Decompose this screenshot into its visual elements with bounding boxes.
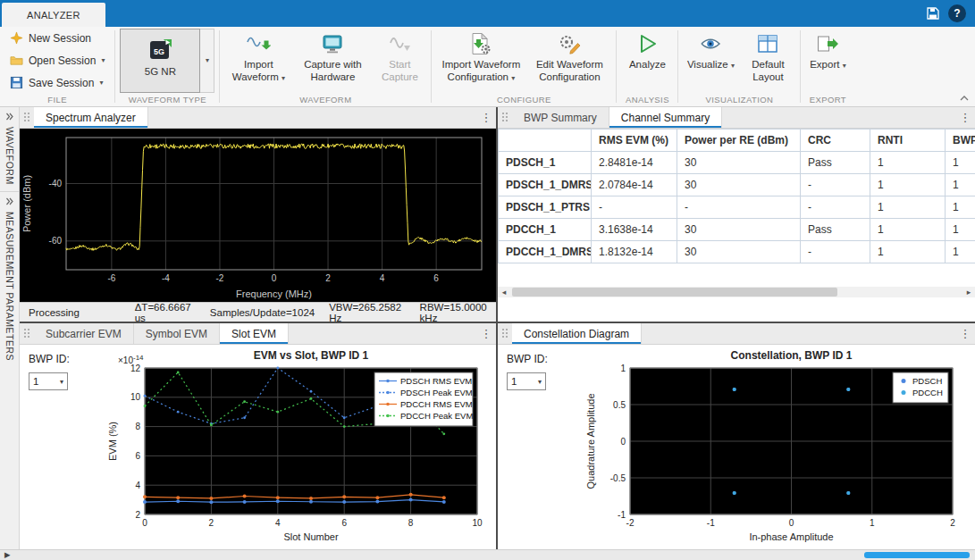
scroll-left-icon[interactable]: ◂ (498, 287, 510, 297)
tab-channel-summary[interactable]: Channel Summary (609, 107, 722, 128)
spectrum-plot: -6-4-20246-40-60Frequency (MHz)Power (dB… (20, 129, 496, 302)
svg-text:-0.5: -0.5 (610, 473, 626, 483)
help-label: ? (954, 7, 960, 20)
hardware-monitor-icon (321, 32, 344, 55)
tab-bwp-summary[interactable]: BWP Summary (512, 107, 609, 128)
capture-with-hardware-button[interactable]: Capture with Hardware (294, 28, 371, 93)
open-session-button[interactable]: Open Session ▾ (4, 52, 110, 69)
svg-text:0: 0 (272, 273, 277, 283)
table-row[interactable]: PDCCH_1_DMRS1.8132e-1430-11 (499, 241, 975, 263)
svg-text:0: 0 (789, 518, 794, 528)
value-cell: 1 (870, 241, 946, 263)
status-samples: Samples/Update=1024 (210, 307, 315, 318)
bwp-id-value: 1 (33, 376, 38, 387)
edit-configuration-label: Edit Waveform Configuration (536, 59, 603, 82)
scrollbar-thumb[interactable] (512, 288, 837, 297)
value-cell: 1 (946, 196, 975, 219)
collapse-toolstrip-button[interactable] (960, 90, 969, 104)
table-row[interactable]: PDCCH_13.1638e-1430Pass11 (499, 219, 975, 241)
svg-text:4: 4 (135, 481, 140, 490)
rail-measurement-parameters-panel[interactable]: MEASUREMENT PARAMETERS (0, 192, 19, 549)
spectrum-panel-header: Spectrum Analyzer ⋮ (20, 107, 496, 129)
svg-text:PDCCH RMS EVM: PDCCH RMS EVM (400, 399, 473, 409)
default-layout-label: Default Layout (752, 59, 784, 82)
import-waveform-label: Import Waveform (232, 59, 279, 82)
expand-bottom-panel-button[interactable]: ▶ (4, 550, 11, 560)
drag-handle-icon[interactable] (502, 329, 509, 339)
table-header-cell: BWP (946, 130, 975, 152)
edit-waveform-configuration-button[interactable]: Edit Waveform Configuration (527, 28, 611, 93)
svg-text:2: 2 (950, 518, 955, 528)
analyze-button[interactable]: Analyze (621, 28, 673, 93)
value-cell: 1 (946, 174, 975, 196)
value-cell: 1 (870, 196, 946, 219)
panel-grid: Spectrum Analyzer ⋮ -6-4-20246-40-60Freq… (20, 107, 975, 549)
tab-subcarrier-evm[interactable]: Subcarrier EVM (34, 323, 134, 344)
horizontal-scrollbar-thumb[interactable] (864, 552, 970, 558)
drag-handle-icon[interactable] (24, 113, 31, 122)
bwp-id-select-constellation[interactable]: 1 ▾ (507, 372, 546, 390)
scrollbar-track[interactable] (510, 287, 962, 297)
tab-analyzer[interactable]: ANALYZER (2, 3, 105, 27)
svg-text:-6: -6 (107, 273, 115, 283)
panel-menu-button[interactable]: ⋮ (476, 323, 496, 344)
svg-text:6: 6 (433, 273, 439, 283)
help-button[interactable]: ? (948, 4, 966, 22)
tab-spectrum-analyzer[interactable]: Spectrum Analyzer (34, 107, 148, 128)
tab-constellation-diagram[interactable]: Constellation Diagram (512, 323, 642, 344)
save-icon (926, 6, 940, 21)
waveform-type-dropdown[interactable]: ▾ (200, 29, 214, 93)
caret-down-icon: ▾ (731, 62, 735, 70)
tab-label: Symbol EVM (146, 328, 207, 340)
table-row[interactable]: PDSCH_1_PTRS---11 (499, 196, 975, 219)
value-cell: 1 (946, 241, 975, 263)
save-button[interactable] (926, 6, 940, 21)
import-waveform-configuration-button[interactable]: Import Waveform Configuration ▾ (436, 28, 525, 93)
channel-summary-table: RMS EVM (%)Power per RE (dBm)CRCRNTIBWPP… (498, 129, 975, 263)
drag-handle-icon[interactable] (502, 113, 509, 122)
row-name-cell: PDCCH_1_DMRS (499, 241, 592, 263)
table-row[interactable]: PDSCH_1_DMRS2.0784e-1430-11 (499, 174, 975, 196)
default-layout-button[interactable]: Default Layout (740, 28, 795, 93)
svg-text:-4: -4 (162, 273, 170, 283)
workspace: WAVEFORM MEASUREMENT PARAMETERS Spectrum… (0, 107, 975, 549)
save-session-button[interactable]: Save Session ▾ (4, 74, 110, 91)
titlebar: ANALYZER ? (0, 0, 975, 27)
table-horizontal-scrollbar[interactable]: ◂ ▸ (498, 287, 975, 297)
table-row[interactable]: PDSCH_12.8481e-1430Pass11 (499, 152, 975, 174)
drag-handle-icon[interactable] (24, 329, 31, 339)
rail-measurement-parameters-label: MEASUREMENT PARAMETERS (4, 212, 15, 361)
new-session-button[interactable]: New Session (4, 29, 110, 46)
caret-down-icon: ▾ (99, 79, 103, 87)
tab-symbol-evm[interactable]: Symbol EVM (134, 323, 220, 344)
panel-menu-button[interactable]: ⋮ (955, 323, 975, 344)
scroll-right-icon[interactable]: ▸ (962, 287, 975, 297)
svg-text:PDCCH Peak EVM: PDCCH Peak EVM (400, 411, 473, 421)
svg-text:Frequency (MHz): Frequency (MHz) (236, 288, 312, 299)
value-cell: 1 (946, 219, 975, 241)
rail-waveform-panel[interactable]: WAVEFORM (0, 107, 19, 192)
tab-slot-evm[interactable]: Slot EVM (220, 323, 289, 344)
waveform-type-5gnr-button[interactable]: 5G 5G NR (120, 29, 200, 93)
visualize-button[interactable]: Visualize ▾ (683, 28, 738, 93)
tab-label: Spectrum Analyzer (46, 112, 136, 124)
start-capture-button[interactable]: Start Capture (373, 28, 426, 93)
constellation-panel-header: Constellation Diagram ⋮ (498, 323, 975, 345)
bwp-id-select-evm[interactable]: 1 ▾ (29, 372, 68, 390)
svg-text:-2: -2 (626, 518, 635, 528)
rail-waveform-label: WAVEFORM (4, 127, 15, 185)
panel-menu-button[interactable]: ⋮ (955, 107, 975, 128)
import-waveform-button[interactable]: Import Waveform ▾ (224, 28, 292, 93)
value-cell: Pass (801, 219, 870, 241)
open-session-label: Open Session (29, 54, 96, 67)
export-label: Export (810, 59, 839, 70)
value-cell: 30 (677, 241, 801, 263)
bottom-bar: ▶ (0, 549, 975, 560)
evm-panel-header: Subcarrier EVM Symbol EVM Slot EVM ⋮ (20, 323, 496, 345)
export-button[interactable]: Export ▾ (805, 28, 850, 93)
svg-text:Constellation, BWP ID 1: Constellation, BWP ID 1 (731, 349, 853, 362)
panel-menu-button[interactable]: ⋮ (476, 107, 496, 128)
caret-down-icon: ▾ (538, 378, 542, 386)
svg-text:8: 8 (408, 518, 414, 528)
svg-text:6: 6 (341, 518, 347, 528)
